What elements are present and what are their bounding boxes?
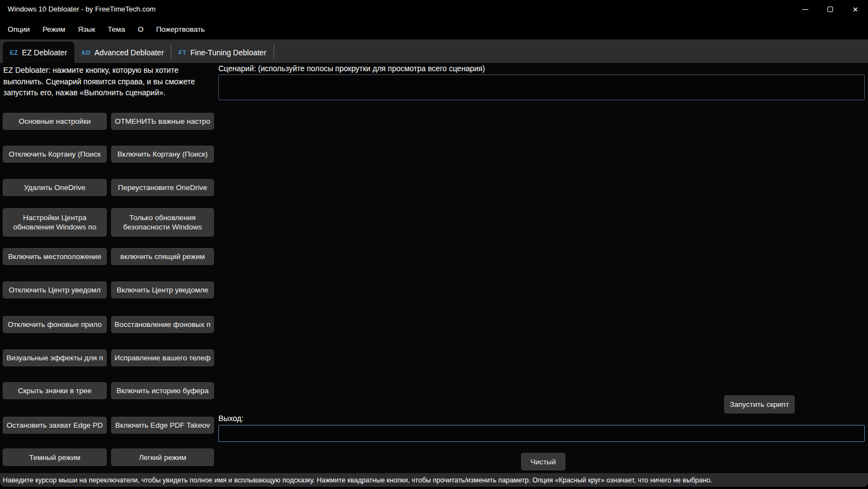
main-content: EZ Debloater: нажмите кнопку, которую вы…	[0, 63, 868, 473]
button-enable-edge-pdf-takeover[interactable]: Включить Edge PDF Takeov	[111, 417, 214, 434]
ez-badge-icon: EZ	[10, 49, 18, 56]
output-textarea[interactable]	[218, 425, 865, 442]
tab-fine-tuning-debloater[interactable]: FT Fine-Tuning Debloater	[171, 42, 273, 63]
menubar: Опции Режим Язык Тема О Пожертвовать	[0, 19, 868, 39]
tab-separator	[274, 45, 274, 59]
button-disable-background-apps[interactable]: Отключить фоновые прило	[3, 316, 107, 333]
script-label: Сценарий: (используйте полосы прокрутки …	[218, 64, 485, 73]
run-script-button[interactable]: Запустить скрипт	[724, 395, 795, 413]
tab-label: Fine-Tuning Debloater	[190, 48, 267, 57]
button-dark-mode[interactable]: Темный режим	[3, 448, 107, 466]
button-enable-cortana[interactable]: Включить Кортану (Поиск)	[111, 146, 214, 163]
status-text: Наведите курсор мыши на переключатели, ч…	[3, 476, 712, 484]
button-visual-effects[interactable]: Визуальные эффекты для п	[3, 349, 107, 366]
maximize-button[interactable]	[818, 0, 843, 19]
button-enable-action-center[interactable]: Включить Центр уведомле	[111, 281, 214, 298]
button-stop-edge-pdf-takeover[interactable]: Остановить захват Edge PD	[3, 417, 107, 434]
button-security-updates-only[interactable]: Только обновления безопасности Windows	[111, 208, 214, 237]
button-windows-update-settings[interactable]: Настройки Центра обновления Windows по	[3, 208, 107, 237]
maximize-icon	[828, 7, 833, 12]
button-remove-onedrive[interactable]: Удалить OneDrive	[3, 179, 107, 196]
button-light-mode[interactable]: Легкий режим	[111, 448, 214, 466]
close-button[interactable]: ✕	[843, 0, 868, 19]
button-disable-action-center[interactable]: Отключить Центр уведомл	[3, 281, 107, 298]
output-label: Выход:	[218, 414, 244, 423]
menu-item-language[interactable]: Язык	[78, 25, 95, 33]
menu-item-mode[interactable]: Режим	[43, 25, 66, 33]
menu-item-options[interactable]: Опции	[8, 25, 30, 33]
app-title: Windows 10 Debloater - by FreeTimeTech.c…	[8, 5, 155, 13]
button-main-settings[interactable]: Основные настройки	[3, 113, 107, 130]
tab-advanced-debloater[interactable]: AD Advanced Debloater	[74, 42, 171, 63]
menu-item-theme[interactable]: Тема	[108, 25, 125, 33]
button-enable-location[interactable]: Включить местоположение	[3, 248, 107, 265]
window-controls: ✕	[792, 0, 868, 19]
close-icon: ✕	[853, 6, 859, 13]
button-reinstall-onedrive[interactable]: Переустановите OneDrive	[111, 179, 214, 196]
minimize-icon	[802, 9, 808, 10]
button-hide-tray-icons[interactable]: Скрыть значки в трее	[3, 382, 107, 399]
tab-ez-debloater[interactable]: EZ EZ Debloater	[3, 42, 74, 63]
clear-button[interactable]: Чистый	[521, 453, 565, 470]
tab-label: EZ Debloater	[22, 48, 67, 57]
minimize-button[interactable]	[792, 0, 818, 19]
titlebar: Windows 10 Debloater - by FreeTimeTech.c…	[0, 0, 868, 19]
menu-item-about[interactable]: О	[138, 25, 144, 33]
status-bar: Наведите курсор мыши на переключатели, ч…	[0, 473, 868, 487]
ft-badge-icon: FT	[178, 49, 186, 56]
description-text: EZ Debloater: нажмите кнопку, которую вы…	[3, 65, 218, 99]
button-enable-hibernation[interactable]: включить спящий режим	[111, 248, 214, 265]
ad-badge-icon: AD	[82, 49, 91, 56]
button-restore-background-apps[interactable]: Восстановление фоновых п	[111, 316, 214, 333]
button-enable-clipboard-history[interactable]: Включить историю буфера	[111, 382, 214, 399]
tab-label: Advanced Debloater	[94, 48, 164, 57]
button-fix-your-phone[interactable]: Исправление вашего телеф	[111, 349, 214, 366]
script-textarea[interactable]	[218, 74, 865, 100]
tab-strip: EZ EZ Debloater AD Advanced Debloater FT…	[0, 39, 868, 63]
app-window: Windows 10 Debloater - by FreeTimeTech.c…	[0, 0, 868, 489]
menu-item-donate[interactable]: Пожертвовать	[156, 25, 205, 33]
button-undo-important-settings[interactable]: ОТМЕНИТЬ важные настро	[111, 113, 214, 130]
button-disable-cortana[interactable]: Отключить Кортану (Поиск	[3, 146, 107, 163]
